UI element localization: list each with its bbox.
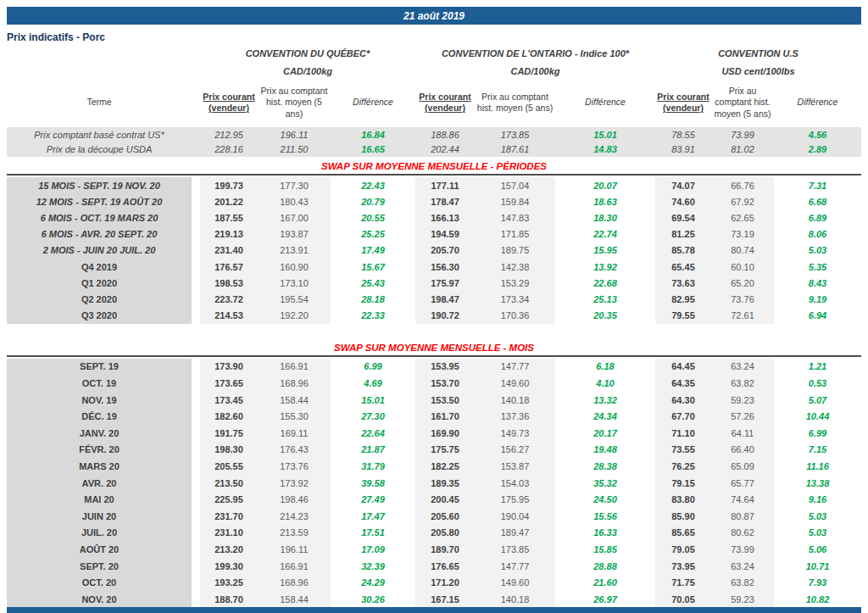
prix-courant-cell: 214.53 [200, 308, 258, 324]
prix-comptant-cell: 196.11 [258, 541, 331, 558]
prix-courant-cell: 177.11 [415, 177, 475, 193]
prix-courant-cell: 79.15 [655, 475, 711, 492]
prix-courant-cell: 198.30 [200, 442, 258, 459]
swap-periodes-rows: 15 MOIS - SEPT. 19 NOV. 20 199.73 177.30… [7, 177, 861, 324]
prix-courant-cell: 64.35 [655, 375, 711, 392]
prix-courant-cell: 74.07 [655, 177, 711, 193]
difference-cell: 20.79 [331, 193, 415, 209]
prix-courant-cell: 231.40 [200, 242, 258, 259]
difference-cell: 15.85 [555, 541, 655, 558]
row-label: Prix comptant basé contrat US* [7, 127, 192, 142]
table-row: 15 MOIS - SEPT. 19 NOV. 20 199.73 177.30… [7, 177, 861, 193]
prix-courant-cell: 81.25 [655, 226, 711, 242]
prix-courant-cell: 153.95 [415, 359, 475, 376]
prix-comptant-cell: 140.18 [475, 392, 555, 409]
difference-cell: 1.21 [774, 359, 861, 376]
prix-comptant-cell: 149.60 [475, 574, 555, 591]
convention-ontario-name: CONVENTION DE L'ONTARIO - Indice 100* [415, 48, 655, 59]
table-row: JUIL. 20 231.10 213.59 17.51 205.80 189.… [7, 525, 861, 542]
table-row: MARS 20 205.55 173.76 31.79 182.25 153.8… [7, 458, 861, 475]
section-title-mois: SWAP SUR MOYENNE MENSUELLE - MOIS [7, 343, 861, 355]
difference-cell: 17.51 [331, 525, 415, 542]
difference-cell: 22.64 [331, 425, 415, 442]
difference-cell: 20.35 [555, 308, 655, 324]
row-label: SEPT. 20 [7, 558, 192, 575]
prix-courant-cell: 193.25 [200, 574, 258, 591]
prix-courant-cell: 199.30 [200, 558, 258, 575]
table-row: 12 MOIS - SEPT. 19 AOÛT 20 201.22 180.43… [7, 193, 861, 209]
prix-courant-cell: 73.55 [655, 442, 711, 459]
prix-comptant-cell: 173.85 [475, 541, 555, 558]
table-row: JUIN 20 231.70 214.23 17.47 205.60 190.0… [7, 508, 861, 525]
row-label: Q1 2020 [7, 275, 192, 291]
prix-comptant-cell: 80.62 [711, 525, 774, 542]
prix-courant-cell: 153.50 [415, 392, 475, 409]
difference-cell: 10.71 [774, 558, 861, 575]
table-row: MAI 20 225.95 198.46 27.49 200.45 175.95… [7, 491, 861, 508]
prix-courant-cell: 205.55 [200, 458, 258, 475]
prix-comptant-cell: 142.38 [475, 259, 555, 275]
difference-cell: 19.48 [555, 442, 655, 459]
difference-cell: 20.55 [331, 209, 415, 226]
table-row: SEPT. 20 199.30 166.91 32.39 176.65 147.… [7, 558, 861, 575]
row-label: JUIL. 20 [7, 525, 192, 542]
prix-courant-cell: 156.30 [415, 259, 475, 275]
prix-courant-cell: 78.55 [655, 127, 711, 142]
prix-comptant-cell: 177.30 [258, 177, 331, 193]
difference-cell: 24.29 [331, 574, 415, 591]
row-label: DÉC. 19 [7, 408, 192, 425]
convention-quebec-header: CONVENTION DU QUÉBEC* CAD/100kg [200, 48, 415, 76]
prix-comptant-cell: 57.26 [711, 408, 774, 425]
prix-comptant-cell: 213.91 [258, 242, 331, 259]
prix-comptant-cell: 198.46 [258, 491, 331, 508]
prix-comptant-cell: 59.23 [711, 392, 774, 409]
prix-courant-cell: 69.54 [655, 209, 711, 226]
row-label: NOV. 19 [7, 392, 192, 409]
difference-cell: 16.84 [331, 127, 415, 142]
row-label: Q4 2019 [7, 259, 192, 275]
prix-courant-cell: 225.95 [200, 491, 258, 508]
prix-courant-cell: 182.25 [415, 458, 475, 475]
qc-difference-header: Différence [331, 97, 415, 108]
difference-cell: 35.32 [555, 475, 655, 492]
prix-courant-cell: 85.78 [655, 242, 711, 259]
prix-courant-cell: 205.70 [415, 242, 475, 259]
prix-comptant-cell: 173.10 [258, 275, 331, 291]
row-label: Prix de la découpe USDA [7, 142, 192, 158]
prix-courant-cell: 182.60 [200, 408, 258, 425]
prix-courant-cell: 219.13 [200, 226, 258, 242]
prix-courant-cell: 198.47 [415, 291, 475, 307]
difference-cell: 22.43 [331, 177, 415, 193]
difference-cell: 18.63 [555, 193, 655, 209]
row-label: 15 MOIS - SEPT. 19 NOV. 20 [7, 177, 192, 193]
row-label: MARS 20 [7, 458, 192, 475]
prix-comptant-cell: 63.24 [711, 558, 774, 575]
prix-courant-cell: 79.05 [655, 541, 711, 558]
prix-comptant-cell: 65.77 [711, 475, 774, 492]
row-label: 6 MOIS - AVR. 20 SEPT. 20 [7, 226, 192, 242]
prix-courant-cell: 85.65 [655, 525, 711, 542]
prix-courant-cell: 201.22 [200, 193, 258, 209]
prix-comptant-cell: 166.91 [258, 558, 331, 575]
difference-cell: 2.89 [774, 142, 861, 158]
section-divider [7, 174, 861, 176]
prix-courant-cell: 173.65 [200, 375, 258, 392]
difference-cell: 10.82 [774, 591, 861, 608]
prix-comptant-cell: 63.24 [711, 359, 774, 376]
table-row: 6 MOIS - AVR. 20 SEPT. 20 219.13 193.87 … [7, 226, 861, 242]
prix-courant-cell: 175.97 [415, 275, 475, 291]
prix-comptant-cell: 153.87 [475, 458, 555, 475]
row-label: FÉVR. 20 [7, 442, 192, 459]
prix-courant-cell: 223.72 [200, 291, 258, 307]
difference-cell: 5.03 [774, 508, 861, 525]
difference-cell: 17.09 [331, 541, 415, 558]
row-label: 2 MOIS - JUIN 20 JUIL. 20 [7, 242, 192, 259]
convention-ontario-unit: CAD/100kg [415, 66, 655, 76]
prix-comptant-cell: 214.23 [258, 508, 331, 525]
prix-comptant-cell: 173.76 [258, 458, 331, 475]
prix-courant-cell: 173.45 [200, 392, 258, 409]
difference-cell: 21.87 [331, 442, 415, 459]
difference-cell: 15.95 [555, 242, 655, 259]
prix-courant-cell: 83.80 [655, 491, 711, 508]
prix-comptant-cell: 173.92 [258, 475, 331, 492]
